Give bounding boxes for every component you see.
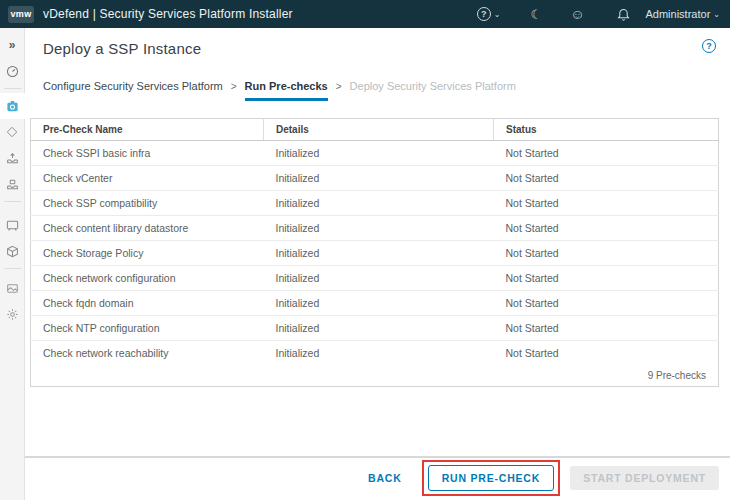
footer-divider — [25, 456, 730, 458]
sidebar-divider — [4, 88, 21, 89]
app-title: vDefend | Security Services Platform Ins… — [43, 7, 293, 21]
cell-details: Initialized — [264, 341, 494, 366]
cell-name: Check network reachability — [31, 341, 264, 366]
col-precheck-name: Pre-Check Name — [31, 119, 264, 141]
app-header: vmw vDefend | Security Services Platform… — [0, 0, 730, 28]
gallery-icon[interactable] — [0, 275, 25, 301]
chevron-down-icon: ⌄ — [494, 10, 501, 19]
wizard-actions: BACK RUN PRE-CHECK START DEPLOYMENT — [358, 460, 719, 496]
vmware-logo: vmw — [8, 6, 34, 23]
appliance-icon[interactable] — [0, 171, 25, 197]
notifications-bell-icon[interactable] — [617, 8, 630, 21]
col-status: Status — [494, 119, 719, 141]
question-mark-icon: ? — [477, 7, 491, 21]
table-footer-row: 9 Pre-checks — [31, 365, 719, 387]
annotation-highlight-box: RUN PRE-CHECK — [422, 460, 561, 496]
cell-name: Check content library datastore — [31, 216, 264, 241]
settings-icon[interactable] — [0, 301, 25, 327]
cell-name: Check NTP configuration — [31, 316, 264, 341]
run-precheck-button[interactable]: RUN PRE-CHECK — [428, 465, 555, 491]
theme-moon-icon[interactable]: ☾ — [531, 7, 543, 22]
cell-status: Not Started — [494, 241, 719, 266]
step-deploy-ssp: Deploy Security Services Platform — [350, 80, 516, 92]
table-row[interactable]: Check network reachability Initialized N… — [31, 341, 719, 366]
cell-details: Initialized — [264, 141, 494, 166]
table-row[interactable]: Check content library datastore Initiali… — [31, 216, 719, 241]
dashboard-icon[interactable] — [0, 58, 25, 84]
cell-details: Initialized — [264, 241, 494, 266]
package-icon[interactable] — [0, 238, 25, 264]
console-icon[interactable] — [0, 212, 25, 238]
user-menu[interactable]: Administrator — [646, 8, 711, 20]
cell-name: Check fqdn domain — [31, 291, 264, 316]
table-row[interactable]: Check fqdn domain Initialized Not Starte… — [31, 291, 719, 316]
compass-icon[interactable] — [0, 119, 25, 145]
step-configure-ssp[interactable]: Configure Security Services Platform — [43, 80, 223, 92]
cell-name: Check Storage Policy — [31, 241, 264, 266]
main-content: Deploy a SSP Instance ? Configure Securi… — [25, 28, 730, 500]
cell-details: Initialized — [264, 316, 494, 341]
precheck-table: Pre-Check Name Details Status Check SSPI… — [30, 118, 719, 387]
help-icon[interactable]: ? ⌄ — [477, 7, 501, 21]
cell-status: Not Started — [494, 266, 719, 291]
page-help-icon[interactable]: ? — [702, 39, 716, 53]
table-row[interactable]: Check SSP compatibility Initialized Not … — [31, 191, 719, 216]
cell-name: Check vCenter — [31, 166, 264, 191]
cell-status: Not Started — [494, 141, 719, 166]
step-run-prechecks[interactable]: Run Pre-checks — [245, 80, 328, 101]
cell-name: Check network configuration — [31, 266, 264, 291]
table-row[interactable]: Check Storage Policy Initialized Not Sta… — [31, 241, 719, 266]
cell-status: Not Started — [494, 316, 719, 341]
upgrade-icon[interactable] — [0, 145, 25, 171]
col-details: Details — [264, 119, 494, 141]
cell-details: Initialized — [264, 166, 494, 191]
row-count: 9 Pre-checks — [31, 365, 719, 387]
table-row[interactable]: Check NTP configuration Initialized Not … — [31, 316, 719, 341]
table-row[interactable]: Check SSPI basic infra Initialized Not S… — [31, 141, 719, 166]
sidebar-divider — [4, 268, 21, 269]
chevron-right-icon: > — [336, 81, 342, 92]
cell-name: Check SSP compatibility — [31, 191, 264, 216]
table-row[interactable]: Check network configuration Initialized … — [31, 266, 719, 291]
chevron-right-icon: > — [231, 81, 237, 92]
cell-status: Not Started — [494, 216, 719, 241]
sidebar: » — [0, 28, 25, 500]
cell-name: Check SSPI basic infra — [31, 141, 264, 166]
chevron-down-icon: ⌄ — [713, 10, 720, 19]
cell-details: Initialized — [264, 266, 494, 291]
start-deployment-button[interactable]: START DEPLOYMENT — [570, 466, 719, 490]
wizard-steps: Configure Security Services Platform > R… — [43, 80, 712, 101]
cell-details: Initialized — [264, 291, 494, 316]
cell-status: Not Started — [494, 191, 719, 216]
cell-status: Not Started — [494, 341, 719, 366]
expand-icon[interactable]: » — [0, 32, 25, 58]
table-row[interactable]: Check vCenter Initialized Not Started — [31, 166, 719, 191]
back-button[interactable]: BACK — [358, 466, 412, 490]
cell-details: Initialized — [264, 216, 494, 241]
page-title: Deploy a SSP Instance — [43, 40, 712, 57]
cell-status: Not Started — [494, 291, 719, 316]
table-header-row: Pre-Check Name Details Status — [31, 119, 719, 141]
sidebar-item-deploy-instance[interactable] — [0, 93, 25, 119]
feedback-smiley-icon[interactable]: ☺ — [570, 6, 584, 22]
sidebar-divider — [4, 201, 21, 202]
cell-status: Not Started — [494, 166, 719, 191]
cell-details: Initialized — [264, 191, 494, 216]
